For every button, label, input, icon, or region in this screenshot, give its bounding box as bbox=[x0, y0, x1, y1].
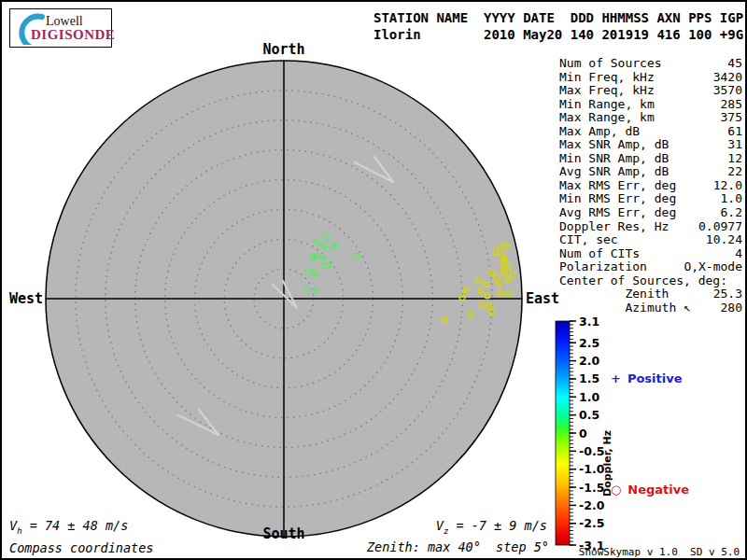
compass-label-south: South bbox=[237, 525, 331, 542]
colorbar-tick-label: -2.5 bbox=[579, 516, 604, 530]
software-version: ShowSkymap v 1.0 SD v 5.0 bbox=[579, 546, 740, 558]
colorbar-axis-title: Doppler, Hz bbox=[601, 373, 613, 497]
colorbar-tick-label: 2.5 bbox=[579, 336, 599, 350]
vz-value: = -7 ± 9 m/s bbox=[448, 518, 547, 533]
colorbar-gradient bbox=[556, 321, 570, 545]
circle-marker-icon: ○ bbox=[611, 483, 621, 497]
legend-negative-label: Negative bbox=[627, 483, 689, 497]
plus-marker-icon: + bbox=[611, 371, 621, 385]
legend-positive: +Positive bbox=[611, 371, 683, 385]
legend-negative: ○Negative bbox=[611, 483, 689, 497]
zenith-grid-note: Zenith: max 40° step 5° bbox=[367, 539, 549, 554]
colorbar-tick-label: 1.5 bbox=[579, 371, 599, 385]
colorbar-tick-label: 1.0 bbox=[579, 390, 599, 404]
doppler-colorbar: 3.12.52.01.51.00.50-0.5-1.0-1.5-2.0-2.5-… bbox=[551, 315, 747, 554]
legend-positive-label: Positive bbox=[627, 371, 683, 385]
compass-label-west: West bbox=[2, 290, 43, 307]
colorbar-tick-label: 3.1 bbox=[579, 315, 599, 329]
coordinate-system-note: Compass coordinates bbox=[9, 540, 153, 555]
horizontal-velocity-readout: Vh = 74 ± 48 m/s bbox=[9, 518, 128, 536]
showskymap-window: Lowell DIGISONDE STATION NAME YYYY DATE … bbox=[0, 0, 747, 560]
vertical-velocity-readout: Vz = -7 ± 9 m/s bbox=[436, 518, 547, 536]
compass-label-north: North bbox=[237, 41, 331, 58]
colorbar-tick-label: 0 bbox=[579, 427, 587, 441]
colorbar-tick-label: -2.0 bbox=[579, 498, 605, 512]
colorbar-tick-label: 0.5 bbox=[579, 408, 599, 422]
colorbar-tick-label: 2.0 bbox=[579, 354, 599, 368]
vh-symbol: V bbox=[9, 518, 17, 533]
vh-value: = 74 ± 48 m/s bbox=[22, 518, 129, 533]
compass-label-east: East bbox=[526, 290, 559, 307]
vz-symbol: V bbox=[436, 518, 444, 533]
